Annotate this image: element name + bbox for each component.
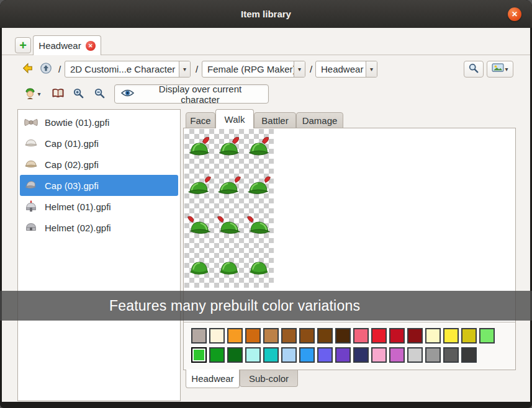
- hat-sprite-down: [184, 129, 214, 169]
- up-level-button[interactable]: [37, 61, 54, 78]
- hat-sprite-down: [214, 129, 244, 169]
- color-swatch[interactable]: [389, 347, 405, 363]
- color-swatch[interactable]: [299, 347, 315, 363]
- swatch-row: [191, 328, 515, 344]
- add-tab-button[interactable]: +: [15, 37, 31, 53]
- color-swatch[interactable]: [335, 347, 351, 363]
- tab-sub-color[interactable]: Sub-color: [240, 370, 298, 387]
- color-swatch[interactable]: [209, 328, 225, 344]
- tab-headwear-bottom[interactable]: Headwear: [186, 370, 240, 388]
- item-label: Bowtie (01).gpfi: [45, 117, 109, 128]
- color-swatch[interactable]: [353, 347, 369, 363]
- hat-sprite-left: [214, 169, 244, 208]
- preview-panel: [183, 128, 516, 370]
- combo-value: Headwear: [316, 61, 366, 77]
- color-swatch[interactable]: [443, 328, 459, 344]
- chevron-down-icon: ▾: [505, 66, 508, 73]
- color-swatch[interactable]: [443, 347, 459, 363]
- color-swatch[interactable]: [227, 347, 243, 363]
- color-swatch[interactable]: [425, 328, 441, 344]
- tab-damage[interactable]: Damage: [296, 112, 343, 128]
- apply-item-button[interactable]: [19, 61, 35, 78]
- color-swatch[interactable]: [245, 347, 261, 363]
- color-swatch[interactable]: [353, 328, 369, 344]
- color-swatch[interactable]: [479, 328, 495, 344]
- tab-battler[interactable]: Battler: [254, 112, 296, 128]
- list-item[interactable]: Cap (01).gpfi: [20, 133, 178, 154]
- cap2-icon: [23, 156, 39, 172]
- color-swatch[interactable]: [263, 328, 279, 344]
- path-separator: /: [308, 61, 314, 78]
- chevron-down-icon: ▾: [366, 61, 377, 77]
- color-swatch[interactable]: [389, 328, 405, 344]
- color-swatch[interactable]: [281, 328, 297, 344]
- zoom-out-button[interactable]: [90, 84, 109, 104]
- hat-sprite-up: [214, 248, 244, 288]
- gold-arrow-icon: [21, 62, 34, 76]
- color-swatch[interactable]: [209, 347, 225, 363]
- tab-headwear[interactable]: Headwear ✕: [33, 35, 101, 55]
- image-icon: [492, 63, 504, 75]
- up-arrow-circle-icon: [40, 62, 52, 76]
- titlebar: Item library ✕: [0, 0, 532, 28]
- search-button[interactable]: [464, 61, 484, 78]
- color-swatch[interactable]: [407, 347, 423, 363]
- view-options-button[interactable]: ▾: [487, 61, 513, 78]
- color-swatch[interactable]: [371, 347, 387, 363]
- character-icon: [24, 87, 37, 102]
- eye-icon: [121, 89, 134, 99]
- toggle-label: Display over current character: [138, 84, 262, 105]
- list-item[interactable]: Bowtie (01).gpfi: [20, 112, 178, 133]
- helmet2-icon: [23, 220, 39, 236]
- color-swatch[interactable]: [425, 347, 441, 363]
- list-item[interactable]: Cap (03).gpfi: [20, 175, 178, 196]
- color-swatch[interactable]: [227, 328, 243, 344]
- path-combo-category[interactable]: Headwear ▾: [315, 61, 377, 78]
- window-close-button[interactable]: ✕: [508, 7, 521, 21]
- tab-close-icon[interactable]: ✕: [86, 41, 96, 51]
- item-label: Helmet (02).gpfi: [45, 223, 111, 233]
- color-swatch[interactable]: [191, 328, 207, 344]
- item-label: Cap (03).gpfi: [45, 180, 99, 191]
- tab-walk[interactable]: Walk: [215, 109, 254, 128]
- color-palette: [184, 322, 515, 370]
- zoom-out-icon: [94, 87, 106, 101]
- item-label: Cap (02).gpfi: [45, 159, 99, 170]
- item-list: Bowtie (01).gpfiCap (01).gpfiCap (02).gp…: [17, 109, 181, 401]
- helmet1-icon: [23, 198, 39, 215]
- color-swatch[interactable]: [317, 328, 333, 344]
- list-item[interactable]: Helmet (02).gpfi: [20, 217, 178, 238]
- color-swatch[interactable]: [281, 347, 297, 363]
- color-swatch[interactable]: [317, 347, 333, 363]
- transparency-checkerboard: [184, 129, 274, 288]
- color-swatch[interactable]: [335, 328, 351, 344]
- color-swatch[interactable]: [299, 328, 315, 344]
- color-swatch[interactable]: [461, 328, 477, 344]
- color-swatch-selected[interactable]: [191, 347, 207, 363]
- color-swatch[interactable]: [461, 347, 477, 363]
- library-book-button[interactable]: [49, 84, 67, 104]
- path-combo-collection[interactable]: 2D Customi...e Character ▾: [65, 61, 191, 78]
- search-icon: [468, 63, 479, 76]
- color-swatch[interactable]: [407, 328, 423, 344]
- zoom-in-button[interactable]: [69, 84, 88, 104]
- list-item[interactable]: Helmet (01).gpfi: [20, 196, 178, 217]
- hat-sprite-right: [184, 208, 214, 248]
- path-separator: /: [56, 61, 63, 78]
- path-combo-character[interactable]: Female (RPG Maker) ▾: [202, 61, 305, 78]
- close-icon: ✕: [512, 10, 518, 19]
- item-library-window: Item library ✕ + Headwear ✕ / 2D Customi…: [0, 0, 532, 408]
- display-over-character-toggle[interactable]: Display over current character: [114, 84, 269, 104]
- color-swatch[interactable]: [263, 347, 279, 363]
- list-item[interactable]: Cap (02).gpfi: [20, 154, 178, 175]
- chevron-down-icon: ▾: [294, 61, 305, 77]
- hat-sprite-left: [184, 169, 214, 208]
- tab-label: Headwear: [38, 40, 81, 51]
- character-select-button[interactable]: ▾: [18, 84, 47, 104]
- color-swatch[interactable]: [371, 328, 387, 344]
- tab-face[interactable]: Face: [186, 112, 215, 128]
- caption-text: Features many prebuilt color variations: [109, 298, 360, 314]
- hat-sprite-left: [244, 169, 274, 208]
- bowtie-icon: [23, 114, 39, 130]
- color-swatch[interactable]: [245, 328, 261, 344]
